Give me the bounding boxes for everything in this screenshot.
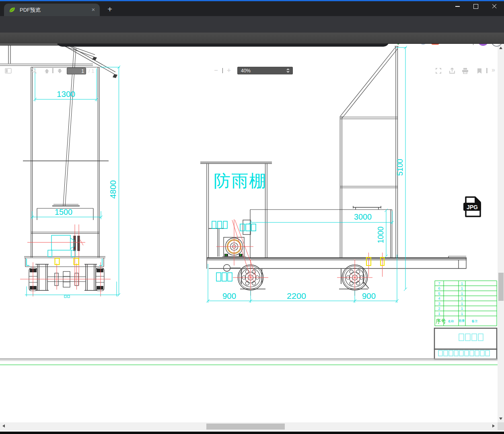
roof-tab (92, 57, 97, 60)
svg-text:1: 1 (461, 281, 463, 286)
dim-1300-label: 1300 (57, 89, 75, 99)
bom-header-note: 备注 (472, 319, 478, 323)
gantry-frame (340, 46, 399, 258)
svg-text:1: 1 (461, 306, 463, 311)
svg-text:3: 3 (438, 301, 440, 306)
svg-text:2: 2 (438, 306, 440, 311)
tab-strip: PDF预览 × + (0, 0, 504, 16)
bom-header-qty: 数量 (459, 319, 465, 323)
scroll-down-arrow[interactable] (499, 418, 502, 420)
roof-tab (113, 74, 117, 78)
vertical-scrollbar[interactable] (498, 44, 504, 423)
new-tab-button[interactable]: + (105, 4, 115, 15)
dim-3000-label: 3000 (354, 212, 372, 221)
svg-text:4: 4 (438, 296, 440, 300)
scroll-right-arrow[interactable] (492, 424, 495, 428)
bom-header-name: 名称 (448, 319, 455, 323)
svg-text:1: 1 (461, 311, 463, 316)
side-right-wheel (337, 259, 372, 296)
window-accent-strip (0, 0, 504, 1)
pdf-page: 1300 1500 4800 3000 1000 5100 900 2200 9… (0, 44, 498, 422)
browser-toolbar: ← → ↻ ⌂ ⓘ localhost:8012/onlinePreview?u… (0, 16, 504, 33)
dim-1500-label: 1500 (55, 208, 72, 216)
spring-leaf-favicon (8, 6, 16, 14)
svg-text:1: 1 (461, 301, 463, 306)
window-bottom-edge (0, 432, 504, 434)
front-view (0, 44, 117, 291)
svg-text:6: 6 (438, 286, 440, 290)
bom-header-no: 序号 (436, 318, 446, 324)
print-button[interactable] (461, 67, 469, 74)
page-number-input[interactable] (67, 68, 86, 74)
dim-2200-label: 2200 (287, 291, 306, 300)
tab-close-icon[interactable]: × (90, 6, 97, 13)
presentation-mode-button[interactable] (434, 67, 442, 74)
rain-shelter-label: 防雨棚 (214, 171, 267, 190)
svg-text:1: 1 (461, 286, 463, 290)
window-maximize-button[interactable] (467, 0, 485, 13)
dim-5100-label: 5100 (395, 159, 404, 176)
svg-text:7: 7 (438, 281, 440, 286)
svg-text:1: 1 (461, 291, 463, 296)
horizontal-scrollbar[interactable] (0, 422, 498, 430)
svg-text:1: 1 (438, 311, 440, 316)
svg-text:5: 5 (438, 291, 440, 296)
bom-cells: 71 61 51 41 31 21 11 (438, 281, 463, 316)
tab-title: PDF预览 (20, 6, 41, 14)
open-file-button[interactable] (448, 67, 456, 74)
pdf-viewer-toolbar: / 1 − + 40% » (0, 33, 504, 44)
window-minimize-button[interactable] (448, 0, 467, 13)
select-arrows-icon (286, 68, 290, 73)
zoom-in-button[interactable]: + (224, 66, 233, 74)
browser-tab[interactable]: PDF预览 × (4, 4, 100, 16)
bookmark-button[interactable] (475, 67, 483, 74)
side-left-wheel (233, 259, 268, 296)
minimize-icon (455, 6, 460, 7)
cad-drawing-canvas: 1300 1500 4800 3000 1000 5100 900 2200 9… (0, 44, 498, 422)
svg-text:1: 1 (461, 296, 463, 300)
next-page-button[interactable] (56, 67, 64, 74)
dim-900-left-label: 900 (222, 291, 236, 300)
dim-4800-label: 4800 (109, 180, 117, 199)
toolbar-divider (222, 68, 223, 73)
dim-1000-label: 1000 (376, 226, 385, 243)
toolbar-divider (487, 68, 487, 73)
toolbar-divider (53, 68, 53, 73)
zoom-out-button[interactable]: − (212, 66, 220, 74)
title-placeholder-glyphs (438, 334, 490, 356)
previous-page-button[interactable] (43, 67, 51, 74)
scrollbar-corner (498, 422, 504, 430)
front-view-rail-clamps (55, 258, 79, 265)
window-close-button[interactable] (485, 0, 504, 13)
front-left-wheelset (29, 264, 49, 291)
more-tools-button[interactable]: » (492, 66, 495, 74)
dim-900-right-label: 900 (362, 291, 376, 300)
jpg-badge-label: JPG (467, 204, 478, 210)
maximize-icon (473, 4, 478, 9)
horizontal-scroll-thumb[interactable] (206, 424, 285, 430)
page-count-label: / 1 (88, 68, 94, 74)
jpg-file-icon: JPG (463, 197, 481, 216)
sidebar-toggle-button[interactable] (4, 67, 12, 74)
find-button[interactable] (30, 67, 38, 74)
scroll-left-arrow[interactable] (2, 424, 5, 428)
front-right-wheelset (84, 264, 104, 291)
scroll-up-arrow[interactable] (499, 47, 502, 49)
zoom-level-select[interactable]: 40% (237, 67, 293, 74)
zoom-level-value: 40% (241, 68, 251, 74)
vertical-scroll-thumb[interactable] (498, 273, 504, 301)
